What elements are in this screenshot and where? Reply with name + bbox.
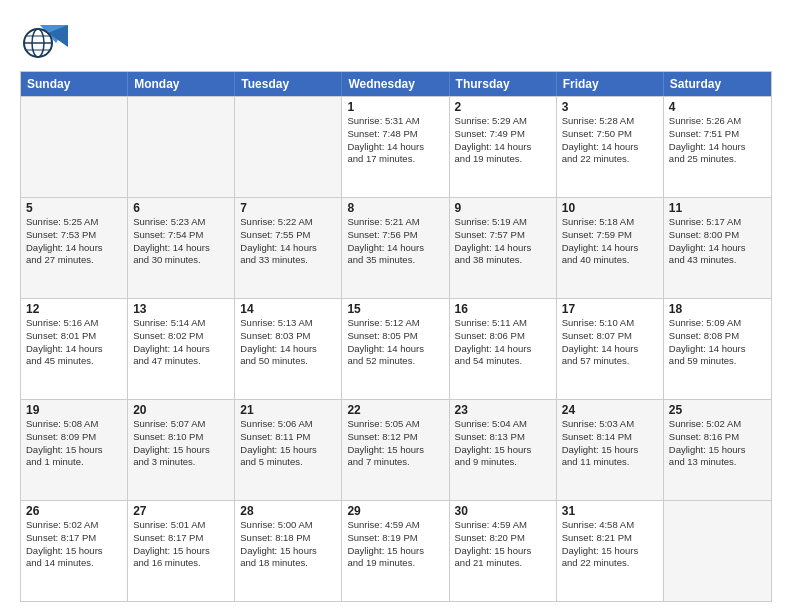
day-number: 7 <box>240 201 336 215</box>
calendar-cell: 27Sunrise: 5:01 AMSunset: 8:17 PMDayligh… <box>128 501 235 601</box>
calendar-cell: 4Sunrise: 5:26 AMSunset: 7:51 PMDaylight… <box>664 97 771 197</box>
cell-content: Sunrise: 4:59 AMSunset: 8:20 PMDaylight:… <box>455 519 551 570</box>
calendar-cell: 26Sunrise: 5:02 AMSunset: 8:17 PMDayligh… <box>21 501 128 601</box>
calendar-cell <box>128 97 235 197</box>
day-number: 23 <box>455 403 551 417</box>
day-number: 27 <box>133 504 229 518</box>
cell-content: Sunrise: 5:04 AMSunset: 8:13 PMDaylight:… <box>455 418 551 469</box>
day-number: 19 <box>26 403 122 417</box>
calendar-cell <box>21 97 128 197</box>
cell-content: Sunrise: 4:58 AMSunset: 8:21 PMDaylight:… <box>562 519 658 570</box>
cell-content: Sunrise: 5:07 AMSunset: 8:10 PMDaylight:… <box>133 418 229 469</box>
calendar-cell: 22Sunrise: 5:05 AMSunset: 8:12 PMDayligh… <box>342 400 449 500</box>
calendar-cell <box>664 501 771 601</box>
calendar: SundayMondayTuesdayWednesdayThursdayFrid… <box>20 71 772 602</box>
logo-icon <box>20 15 68 63</box>
calendar-cell: 7Sunrise: 5:22 AMSunset: 7:55 PMDaylight… <box>235 198 342 298</box>
calendar-cell: 16Sunrise: 5:11 AMSunset: 8:06 PMDayligh… <box>450 299 557 399</box>
cell-content: Sunrise: 5:17 AMSunset: 8:00 PMDaylight:… <box>669 216 766 267</box>
calendar-header-thursday: Thursday <box>450 72 557 96</box>
calendar-row-1: 5Sunrise: 5:25 AMSunset: 7:53 PMDaylight… <box>21 197 771 298</box>
day-number: 13 <box>133 302 229 316</box>
cell-content: Sunrise: 5:03 AMSunset: 8:14 PMDaylight:… <box>562 418 658 469</box>
day-number: 25 <box>669 403 766 417</box>
day-number: 28 <box>240 504 336 518</box>
cell-content: Sunrise: 5:00 AMSunset: 8:18 PMDaylight:… <box>240 519 336 570</box>
cell-content: Sunrise: 5:23 AMSunset: 7:54 PMDaylight:… <box>133 216 229 267</box>
cell-content: Sunrise: 5:12 AMSunset: 8:05 PMDaylight:… <box>347 317 443 368</box>
cell-content: Sunrise: 5:02 AMSunset: 8:16 PMDaylight:… <box>669 418 766 469</box>
calendar-cell: 23Sunrise: 5:04 AMSunset: 8:13 PMDayligh… <box>450 400 557 500</box>
calendar-cell: 1Sunrise: 5:31 AMSunset: 7:48 PMDaylight… <box>342 97 449 197</box>
day-number: 17 <box>562 302 658 316</box>
cell-content: Sunrise: 5:13 AMSunset: 8:03 PMDaylight:… <box>240 317 336 368</box>
calendar-cell: 17Sunrise: 5:10 AMSunset: 8:07 PMDayligh… <box>557 299 664 399</box>
cell-content: Sunrise: 5:09 AMSunset: 8:08 PMDaylight:… <box>669 317 766 368</box>
calendar-cell: 25Sunrise: 5:02 AMSunset: 8:16 PMDayligh… <box>664 400 771 500</box>
day-number: 8 <box>347 201 443 215</box>
day-number: 22 <box>347 403 443 417</box>
cell-content: Sunrise: 5:29 AMSunset: 7:49 PMDaylight:… <box>455 115 551 166</box>
cell-content: Sunrise: 5:28 AMSunset: 7:50 PMDaylight:… <box>562 115 658 166</box>
cell-content: Sunrise: 5:05 AMSunset: 8:12 PMDaylight:… <box>347 418 443 469</box>
day-number: 24 <box>562 403 658 417</box>
day-number: 20 <box>133 403 229 417</box>
calendar-cell: 31Sunrise: 4:58 AMSunset: 8:21 PMDayligh… <box>557 501 664 601</box>
calendar-cell: 19Sunrise: 5:08 AMSunset: 8:09 PMDayligh… <box>21 400 128 500</box>
cell-content: Sunrise: 5:02 AMSunset: 8:17 PMDaylight:… <box>26 519 122 570</box>
calendar-cell: 2Sunrise: 5:29 AMSunset: 7:49 PMDaylight… <box>450 97 557 197</box>
day-number: 29 <box>347 504 443 518</box>
day-number: 10 <box>562 201 658 215</box>
day-number: 26 <box>26 504 122 518</box>
logo <box>20 15 74 63</box>
calendar-cell: 20Sunrise: 5:07 AMSunset: 8:10 PMDayligh… <box>128 400 235 500</box>
calendar-cell: 6Sunrise: 5:23 AMSunset: 7:54 PMDaylight… <box>128 198 235 298</box>
calendar-cell: 10Sunrise: 5:18 AMSunset: 7:59 PMDayligh… <box>557 198 664 298</box>
day-number: 5 <box>26 201 122 215</box>
calendar-cell: 8Sunrise: 5:21 AMSunset: 7:56 PMDaylight… <box>342 198 449 298</box>
calendar-cell <box>235 97 342 197</box>
cell-content: Sunrise: 5:16 AMSunset: 8:01 PMDaylight:… <box>26 317 122 368</box>
calendar-cell: 21Sunrise: 5:06 AMSunset: 8:11 PMDayligh… <box>235 400 342 500</box>
calendar-cell: 18Sunrise: 5:09 AMSunset: 8:08 PMDayligh… <box>664 299 771 399</box>
day-number: 2 <box>455 100 551 114</box>
day-number: 31 <box>562 504 658 518</box>
cell-content: Sunrise: 5:10 AMSunset: 8:07 PMDaylight:… <box>562 317 658 368</box>
header <box>20 15 772 63</box>
calendar-cell: 24Sunrise: 5:03 AMSunset: 8:14 PMDayligh… <box>557 400 664 500</box>
calendar-header-wednesday: Wednesday <box>342 72 449 96</box>
calendar-header-monday: Monday <box>128 72 235 96</box>
calendar-header-tuesday: Tuesday <box>235 72 342 96</box>
calendar-cell: 28Sunrise: 5:00 AMSunset: 8:18 PMDayligh… <box>235 501 342 601</box>
day-number: 15 <box>347 302 443 316</box>
day-number: 14 <box>240 302 336 316</box>
day-number: 11 <box>669 201 766 215</box>
cell-content: Sunrise: 5:21 AMSunset: 7:56 PMDaylight:… <box>347 216 443 267</box>
cell-content: Sunrise: 5:01 AMSunset: 8:17 PMDaylight:… <box>133 519 229 570</box>
cell-content: Sunrise: 5:25 AMSunset: 7:53 PMDaylight:… <box>26 216 122 267</box>
calendar-cell: 14Sunrise: 5:13 AMSunset: 8:03 PMDayligh… <box>235 299 342 399</box>
day-number: 4 <box>669 100 766 114</box>
day-number: 3 <box>562 100 658 114</box>
calendar-cell: 15Sunrise: 5:12 AMSunset: 8:05 PMDayligh… <box>342 299 449 399</box>
day-number: 21 <box>240 403 336 417</box>
cell-content: Sunrise: 5:11 AMSunset: 8:06 PMDaylight:… <box>455 317 551 368</box>
calendar-cell: 11Sunrise: 5:17 AMSunset: 8:00 PMDayligh… <box>664 198 771 298</box>
day-number: 1 <box>347 100 443 114</box>
calendar-cell: 3Sunrise: 5:28 AMSunset: 7:50 PMDaylight… <box>557 97 664 197</box>
cell-content: Sunrise: 5:31 AMSunset: 7:48 PMDaylight:… <box>347 115 443 166</box>
cell-content: Sunrise: 5:19 AMSunset: 7:57 PMDaylight:… <box>455 216 551 267</box>
day-number: 16 <box>455 302 551 316</box>
day-number: 6 <box>133 201 229 215</box>
cell-content: Sunrise: 5:18 AMSunset: 7:59 PMDaylight:… <box>562 216 658 267</box>
calendar-body: 1Sunrise: 5:31 AMSunset: 7:48 PMDaylight… <box>21 96 771 601</box>
calendar-cell: 5Sunrise: 5:25 AMSunset: 7:53 PMDaylight… <box>21 198 128 298</box>
cell-content: Sunrise: 5:06 AMSunset: 8:11 PMDaylight:… <box>240 418 336 469</box>
calendar-cell: 29Sunrise: 4:59 AMSunset: 8:19 PMDayligh… <box>342 501 449 601</box>
day-number: 9 <box>455 201 551 215</box>
cell-content: Sunrise: 5:26 AMSunset: 7:51 PMDaylight:… <box>669 115 766 166</box>
calendar-cell: 12Sunrise: 5:16 AMSunset: 8:01 PMDayligh… <box>21 299 128 399</box>
cell-content: Sunrise: 5:22 AMSunset: 7:55 PMDaylight:… <box>240 216 336 267</box>
cell-content: Sunrise: 5:08 AMSunset: 8:09 PMDaylight:… <box>26 418 122 469</box>
calendar-row-2: 12Sunrise: 5:16 AMSunset: 8:01 PMDayligh… <box>21 298 771 399</box>
